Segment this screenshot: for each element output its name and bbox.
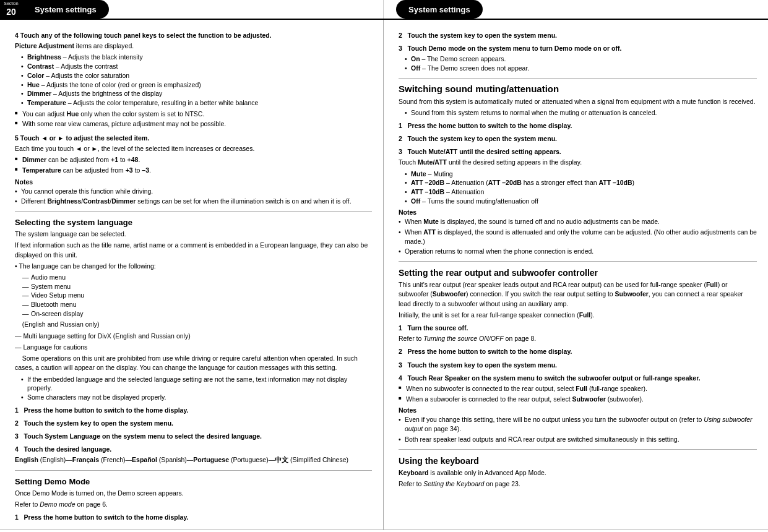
rear-note-item1: Even if you change this setting, there w…: [399, 415, 757, 433]
content-area: 4 Touch any of the following touch panel…: [0, 20, 768, 530]
notes-title: Notes: [15, 178, 372, 186]
rear-text1: This unit's rear output (rear speaker le…: [399, 280, 757, 309]
sel-lang-text3: • The language can be changed for the fo…: [15, 262, 372, 271]
divider4: [399, 261, 757, 262]
step5-heading-bold: 5 Touch ◄ or ► to adjust the selected it…: [15, 134, 149, 142]
divider3: [399, 78, 757, 79]
list-item: On – The Demo screen appears.: [405, 54, 757, 64]
left-column: 4 Touch any of the following touch panel…: [0, 20, 384, 530]
list-item: Brightness – Adjusts the black intensity: [21, 53, 372, 62]
step5-text: Each time you touch ◄ or ►, the level of…: [15, 144, 372, 153]
note-item-1: You cannot operate this function while d…: [15, 187, 372, 196]
rear-step4: 4 Touch Rear Speaker on the system menu …: [399, 374, 757, 383]
note-item-2: Different Brightness/Contrast/Dimmer set…: [15, 197, 372, 206]
sel-lang-text1: The system language can be selected.: [15, 230, 372, 239]
list-item: Bluetooth menu: [22, 300, 372, 309]
switch-heading: Switching sound muting/attenuation: [399, 84, 757, 95]
list-item: Off – Turns the sound muting/attenuation…: [405, 197, 757, 206]
list-item: ATT –20dB – Attenuation (ATT –20dB has a…: [405, 178, 757, 187]
divider2: [15, 470, 372, 471]
item-dimmer: Dimmer: [27, 90, 51, 97]
rear-step1: 1 Turn the source off.: [399, 324, 757, 333]
list-item: Color – Adjusts the color saturation: [21, 71, 372, 80]
right-header-title: System settings: [396, 0, 483, 19]
rear-notes-title: Notes: [399, 406, 757, 414]
step4-heading-bold: 4 Touch any of the following touch panel…: [15, 32, 272, 39]
sw-note-3: Operation returns to normal when the pho…: [399, 247, 757, 256]
lang-step1: 1 Press the home button to switch to the…: [15, 406, 372, 415]
right-column: 2 Touch the system key to open the syste…: [384, 20, 768, 530]
rear-text2: Initially, the unit is set for a rear fu…: [399, 311, 757, 320]
list-item: Mute – Muting: [405, 169, 757, 179]
rear-step1-text: Refer to Turning the source ON/OFF on pa…: [399, 334, 757, 343]
sw-notes-block: Notes When Mute is displayed, the sound …: [399, 208, 757, 256]
sw-step1: 1 Press the home button to switch to the…: [399, 121, 757, 131]
rear-step4-bold: 4 Touch Rear Speaker on the system menu …: [399, 374, 701, 382]
demo-step3-bold: 3 Touch Demo mode on the system menu to …: [399, 45, 621, 52]
sw-notes-title: Notes: [399, 208, 757, 216]
sel-lang-heading: Selecting the system language: [15, 218, 372, 227]
lang-step2-bold: 2 Touch the system key to open the syste…: [15, 419, 173, 427]
sw-step3: 3 Touch Mute/ATT until the desired setti…: [399, 147, 757, 157]
sw-step3-text: Touch Mute/ATT until the desired setting…: [399, 158, 757, 167]
lang-step3-bold: 3 Touch System Language on the system me…: [15, 432, 262, 440]
lang-cont1: (English and Russian only): [15, 320, 372, 329]
list-item: Some characters may not be displayed pro…: [21, 393, 372, 402]
list-item: Off – The Demo screen does not appear.: [405, 64, 757, 73]
list-item: ATT –10dB – Attenuation: [405, 187, 757, 197]
header-left: Section 20 System settings: [0, 0, 384, 19]
lang-step2: 2 Touch the system key to open the syste…: [15, 419, 372, 428]
lang-step4-text: English (English)—Français (French)—Espa…: [15, 455, 372, 465]
list-item: Dimmer – Adjusts the brightness of the d…: [21, 89, 372, 98]
note-hue: You can adjust Hue only when the color s…: [15, 109, 372, 119]
divider: [15, 211, 372, 212]
notes-block: Notes You cannot operate this function w…: [15, 178, 372, 206]
list-item: Temperature – Adjusts the color temperat…: [21, 98, 372, 108]
step5-heading: 5 Touch ◄ or ► to adjust the selected it…: [15, 134, 372, 143]
switch-notes: Sound from this system returns to normal…: [405, 108, 757, 118]
rear-note1: When no subwoofer is connected to the re…: [399, 384, 757, 393]
section-num: 20: [6, 7, 16, 17]
demo-text1: Once Demo Mode is turned on, the Demo sc…: [15, 489, 372, 498]
lang-step4-bold: 4 Touch the desired language.: [15, 445, 111, 453]
item-brightness: Brightness: [27, 53, 61, 61]
rear-step2-bold: 2 Press the home button to switch to the…: [399, 348, 572, 355]
rear-note2: When a subwoofer is connected to the rea…: [399, 395, 757, 404]
demo-step3: 3 Touch Demo mode on the system menu to …: [399, 44, 757, 53]
sw-step3-bold: 3 Touch Mute/ATT until the desired setti…: [399, 148, 561, 155]
step4-heading: 4 Touch any of the following touch panel…: [15, 31, 372, 40]
picture-adj-suffix: items are displayed.: [74, 42, 134, 49]
picture-adj-label: Picture Adjustment: [15, 42, 74, 49]
list-item: Hue – Adjusts the tone of color (red or …: [21, 80, 372, 90]
list-item: On-screen display: [22, 309, 372, 319]
demo-text2: Refer to Demo mode on page 6.: [15, 500, 372, 509]
list-item: Sound from this system returns to normal…: [405, 108, 757, 118]
demo-step1: 1 Press the home button to switch to the…: [15, 513, 372, 522]
lang-step3: 3 Touch System Language on the system me…: [15, 432, 372, 441]
sw-step2: 2 Touch the system key to open the syste…: [399, 134, 757, 144]
picture-adj-intro: Picture Adjustment items are displayed.: [15, 41, 372, 51]
demo-step2-bold: 2 Touch the system key to open the syste…: [399, 32, 557, 39]
lang-step4: 4 Touch the desired language.: [15, 445, 372, 454]
page-header: Section 20 System settings System settin…: [0, 0, 768, 20]
rear-step3: 3 Touch the system key to open the syste…: [399, 361, 757, 370]
mute-list: Mute – Muting ATT –20dB – Attenuation (A…: [405, 169, 757, 206]
rear-step3-bold: 3 Touch the system key to open the syste…: [399, 361, 557, 369]
lang-notes-list: If the embedded language and the selecte…: [21, 375, 372, 402]
rear-note-item2: Both rear speaker lead outputs and RCA r…: [399, 435, 757, 444]
lang-cont2: — Multi language setting for DivX (Engli…: [15, 332, 372, 341]
list-item: Video Setup menu: [22, 291, 372, 300]
section-label: Section: [4, 1, 18, 6]
list-item: Audio menu: [22, 273, 372, 282]
left-header-title: System settings: [22, 0, 109, 19]
dimmer-note: Dimmer can be adjusted from +1 to +48.: [15, 155, 372, 165]
rear-notes-block: Notes Even if you change this setting, t…: [399, 406, 757, 444]
lang-cont3: — Language for cautions: [15, 343, 372, 352]
divider5: [399, 449, 757, 450]
section-badge: Section 20: [0, 0, 22, 19]
demo-heading: Setting Demo Mode: [15, 477, 372, 486]
demo-step2: 2 Touch the system key to open the syste…: [399, 31, 757, 40]
lang-caution-text: Some operations on this unit are prohibi…: [15, 354, 372, 372]
keyboard-ref: Refer to Setting the Keyboard on page 23…: [399, 479, 757, 489]
rear-step2: 2 Press the home button to switch to the…: [399, 347, 757, 356]
